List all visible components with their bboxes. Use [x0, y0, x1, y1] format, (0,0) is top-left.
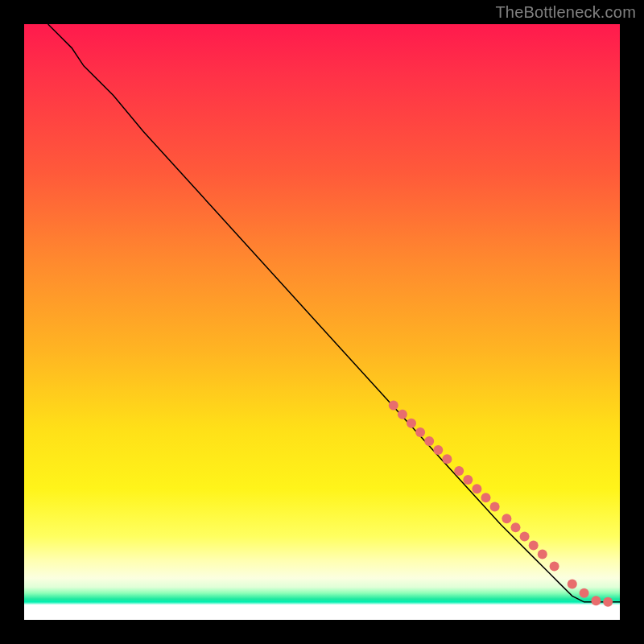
data-point	[389, 401, 398, 411]
data-point	[550, 561, 559, 571]
data-point	[472, 484, 481, 493]
data-point	[490, 502, 500, 511]
data-point	[568, 580, 577, 589]
data-point	[580, 588, 589, 598]
watermark-text: TheBottleneck.com	[495, 3, 636, 22]
data-point	[454, 466, 464, 476]
data-point	[481, 493, 491, 502]
data-point	[529, 541, 539, 551]
data-point	[398, 410, 407, 419]
data-point	[591, 596, 601, 605]
data-point	[424, 436, 434, 446]
scatter-points	[389, 401, 613, 607]
chart-svg	[24, 24, 620, 620]
plot-area	[24, 24, 620, 620]
data-point	[502, 514, 511, 523]
data-point	[407, 419, 416, 428]
data-point	[442, 454, 452, 464]
data-point	[538, 550, 547, 559]
data-point	[520, 531, 530, 541]
data-point	[603, 597, 613, 607]
data-point	[415, 427, 425, 437]
data-point	[433, 445, 443, 455]
chart-frame: TheBottleneck.com	[0, 0, 644, 644]
curve-line	[48, 24, 620, 602]
data-point	[463, 475, 473, 485]
data-point	[511, 522, 521, 532]
